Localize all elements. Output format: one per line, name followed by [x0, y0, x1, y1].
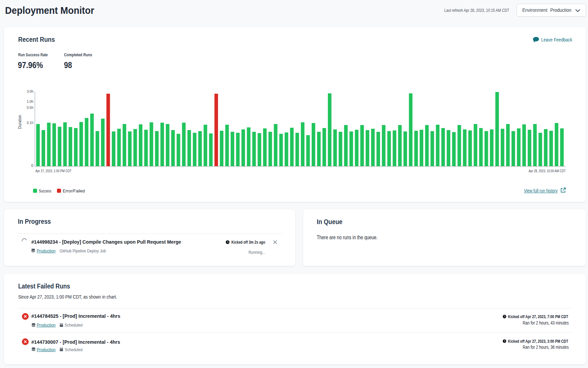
- svg-text:3.0h: 3.0h: [27, 89, 34, 93]
- svg-text:Duration: Duration: [17, 115, 22, 129]
- svg-text:Apr 28, 2023, 10:00 AM CDT: Apr 28, 2023, 10:00 AM CDT: [529, 169, 566, 173]
- svg-text:0.1h: 0.1h: [27, 121, 34, 125]
- svg-text:Apr 27, 2023, 1:00 PM CDT: Apr 27, 2023, 1:00 PM CDT: [35, 169, 71, 173]
- svg-text:0: 0: [31, 163, 33, 167]
- svg-text:1.0h: 1.0h: [27, 99, 34, 103]
- svg-text:0.5h: 0.5h: [27, 105, 34, 110]
